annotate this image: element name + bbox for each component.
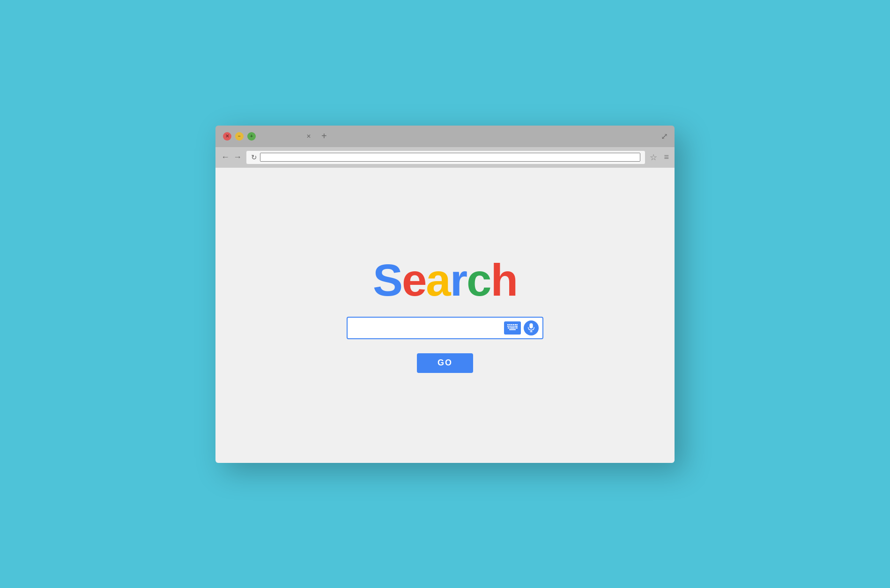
tab-item[interactable]: ✕ [300, 126, 318, 147]
svg-rect-3 [513, 324, 514, 325]
svg-rect-8 [512, 326, 513, 327]
svg-rect-10 [515, 326, 518, 327]
browser-wrapper: ✕ − + ✕ + ⤢ ← → [215, 126, 675, 463]
microphone-icon [527, 323, 535, 333]
close-button[interactable]: ✕ [223, 132, 231, 141]
search-input[interactable] [351, 324, 504, 332]
address-input[interactable] [260, 153, 640, 162]
logo-letter-h: h [490, 255, 517, 305]
svg-rect-12 [510, 327, 515, 328]
svg-rect-6 [507, 326, 509, 327]
logo-letter-r: r [450, 255, 467, 305]
microphone-icon-button[interactable] [524, 320, 539, 335]
svg-rect-0 [507, 324, 509, 325]
bookmark-icon[interactable]: ☆ [650, 152, 657, 163]
tab-close-icon[interactable]: ✕ [306, 133, 311, 140]
close-icon: ✕ [225, 134, 229, 139]
browser-window: ✕ − + ✕ + ⤢ ← → [215, 126, 675, 463]
svg-rect-7 [510, 326, 511, 327]
traffic-lights: ✕ − + [215, 132, 256, 141]
menu-icon[interactable]: ≡ [664, 152, 669, 162]
keyboard-icon-button[interactable] [504, 321, 521, 335]
svg-rect-5 [517, 324, 518, 325]
expand-icon[interactable]: ⤢ [661, 131, 668, 141]
title-bar: ✕ − + ✕ + ⤢ [215, 126, 675, 147]
search-input-area [347, 317, 543, 339]
svg-rect-2 [511, 324, 512, 325]
svg-rect-11 [508, 327, 510, 328]
logo-letter-s: S [373, 255, 402, 305]
page-content: Search [215, 168, 675, 463]
reload-icon[interactable]: ↻ [251, 153, 257, 162]
svg-rect-13 [515, 327, 518, 328]
minimize-icon: − [238, 134, 241, 139]
address-input-container: ↻ [246, 151, 645, 164]
svg-rect-14 [509, 329, 516, 330]
tab-bar: ✕ + [300, 126, 327, 147]
maximize-icon: + [250, 134, 253, 139]
svg-rect-1 [509, 324, 511, 325]
tab-add-icon[interactable]: + [321, 131, 327, 141]
address-bar-row: ← → ↻ ☆ ≡ [215, 147, 675, 168]
logo-letter-e: e [402, 255, 426, 305]
nav-buttons: ← → [221, 152, 242, 162]
go-button[interactable]: GO [417, 353, 473, 373]
logo-letter-a: a [426, 255, 450, 305]
svg-rect-9 [513, 326, 515, 327]
logo-letter-c: c [467, 255, 490, 305]
address-right-icons: ☆ ≡ [650, 152, 669, 163]
svg-rect-15 [529, 323, 533, 328]
search-logo: Search [373, 258, 517, 303]
svg-rect-4 [515, 324, 516, 325]
forward-button[interactable]: → [233, 152, 242, 162]
keyboard-icon [507, 324, 518, 332]
input-icons [504, 320, 539, 335]
minimize-button[interactable]: − [235, 132, 244, 141]
maximize-button[interactable]: + [247, 132, 256, 141]
back-button[interactable]: ← [221, 152, 230, 162]
